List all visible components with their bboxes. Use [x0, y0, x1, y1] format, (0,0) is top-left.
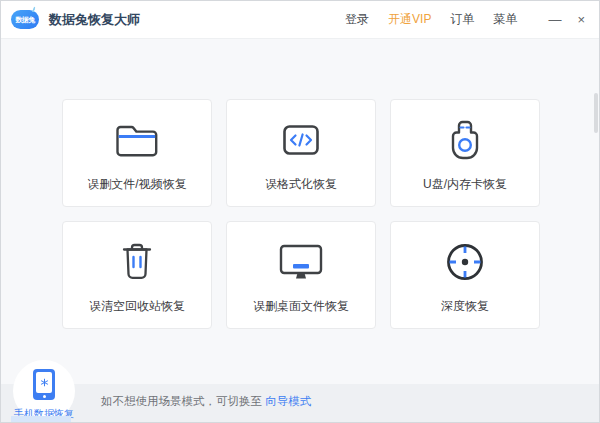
code-brackets-icon — [282, 117, 320, 163]
card-recycle-bin-recovery[interactable]: 误清空回收站恢复 — [62, 221, 212, 329]
nav-orders[interactable]: 订单 — [450, 11, 474, 28]
card-label: 误清空回收站恢复 — [89, 298, 185, 315]
minimize-button[interactable]: — — [548, 13, 561, 26]
selected-tab-indicator — [11, 416, 71, 422]
app-logo-text: 数据兔 — [15, 15, 35, 25]
mode-switch-hint: 如不想使用场景模式，可切换至 向导模式 — [101, 394, 311, 408]
nav-menu[interactable]: 菜单 — [493, 11, 517, 28]
card-file-video-recovery[interactable]: 误删文件/视频恢复 — [62, 99, 212, 207]
app-title: 数据兔恢复大师 — [49, 11, 140, 29]
card-usb-memory-recovery[interactable]: U盘/内存卡恢复 — [390, 99, 540, 207]
crosshair-target-icon — [443, 239, 487, 285]
card-label: 误格式化恢复 — [265, 176, 337, 193]
close-button[interactable]: × — [577, 13, 585, 26]
nav-login[interactable]: 登录 — [345, 11, 369, 28]
hint-text: 如不想使用场景模式，可切换至 — [101, 395, 262, 407]
card-label: 误删桌面文件恢复 — [253, 298, 349, 315]
titlebar: 数据兔 数据兔恢复大师 登录 开通VIP 订单 菜单 — × — [1, 1, 599, 39]
nav-open-vip[interactable]: 开通VIP — [388, 11, 431, 28]
vertical-scrollbar-thumb[interactable] — [594, 93, 598, 133]
card-label: 误删文件/视频恢复 — [87, 176, 186, 193]
desktop-monitor-icon — [278, 239, 324, 285]
smartphone-icon — [33, 369, 55, 400]
usb-drive-icon — [447, 117, 483, 163]
card-deep-recovery[interactable]: 深度恢复 — [390, 221, 540, 329]
phone-home-button — [43, 395, 46, 398]
main-area: 误删文件/视频恢复 误格式化恢复 — [1, 39, 599, 422]
card-format-recovery[interactable]: 误格式化恢复 — [226, 99, 376, 207]
trash-icon — [119, 239, 155, 285]
card-label: U盘/内存卡恢复 — [423, 176, 507, 193]
window-controls: — × — [548, 13, 585, 26]
recovery-mode-grid: 误删文件/视频恢复 误格式化恢复 — [62, 99, 540, 329]
top-navigation: 登录 开通VIP 订单 菜单 — × — [345, 11, 585, 28]
app-logo-icon: 数据兔 — [11, 10, 39, 29]
app-window: 数据兔 数据兔恢复大师 登录 开通VIP 订单 菜单 — × — [0, 0, 600, 423]
folder-icon — [114, 117, 160, 163]
card-desktop-file-recovery[interactable]: 误删桌面文件恢复 — [226, 221, 376, 329]
card-label: 深度恢复 — [441, 298, 489, 315]
wizard-mode-link[interactable]: 向导模式 — [265, 395, 311, 407]
phone-screen — [36, 372, 52, 393]
